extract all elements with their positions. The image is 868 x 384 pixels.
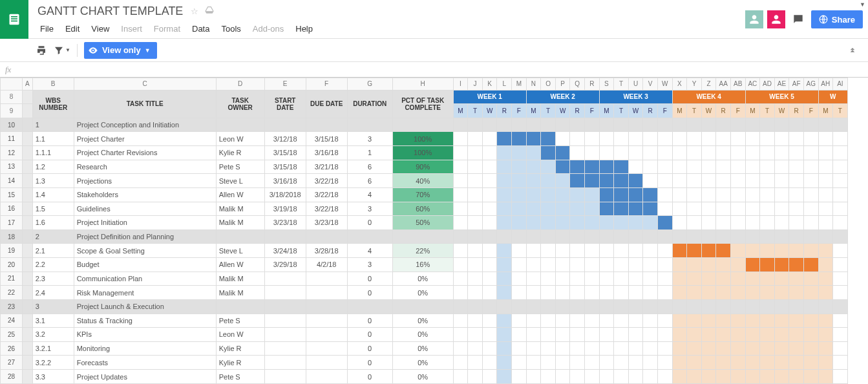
- gantt-cell[interactable]: [760, 216, 775, 230]
- gantt-cell[interactable]: [657, 216, 672, 230]
- gantt-cell[interactable]: [818, 146, 833, 160]
- gantt-cell[interactable]: [599, 244, 614, 258]
- gantt-cell[interactable]: [497, 244, 512, 258]
- cell-duration[interactable]: 0: [347, 356, 392, 370]
- column-A[interactable]: A: [23, 78, 33, 91]
- gantt-cell[interactable]: [482, 132, 497, 146]
- row-24[interactable]: 24: [1, 314, 23, 328]
- cell-pct[interactable]: 16%: [392, 258, 453, 272]
- column-AG[interactable]: AG: [803, 78, 818, 91]
- gantt-cell[interactable]: [745, 244, 760, 258]
- gantt-cell[interactable]: [497, 286, 512, 300]
- cell-start[interactable]: 3/12/18: [264, 132, 306, 146]
- gantt-cell[interactable]: [570, 132, 585, 146]
- gantt-cell[interactable]: [803, 202, 818, 216]
- cell-pct[interactable]: 100%: [392, 146, 453, 160]
- gantt-cell[interactable]: [482, 244, 497, 258]
- gantt-cell[interactable]: [803, 286, 818, 300]
- gantt-cell[interactable]: [555, 356, 570, 370]
- gantt-cell[interactable]: [701, 328, 716, 342]
- gantt-cell[interactable]: [818, 132, 833, 146]
- gantt-cell[interactable]: [818, 272, 833, 286]
- row-10[interactable]: 10: [1, 118, 23, 132]
- gantt-cell[interactable]: [803, 132, 818, 146]
- gantt-cell[interactable]: [730, 244, 745, 258]
- gantt-cell[interactable]: [570, 174, 585, 188]
- row-21[interactable]: 21: [1, 272, 23, 286]
- gantt-cell[interactable]: [803, 356, 818, 370]
- gantt-cell[interactable]: [512, 356, 527, 370]
- gantt-cell[interactable]: [541, 244, 556, 258]
- gantt-cell[interactable]: [643, 370, 658, 384]
- cell-duration[interactable]: 0: [347, 370, 392, 384]
- gantt-cell[interactable]: [628, 216, 643, 230]
- gantt-cell[interactable]: [730, 160, 745, 174]
- column-M[interactable]: M: [512, 78, 527, 91]
- cell-wbs[interactable]: 3: [32, 299, 74, 314]
- filter-icon[interactable]: ▼: [54, 45, 70, 56]
- gantt-cell[interactable]: [774, 244, 789, 258]
- cell-due[interactable]: 4/2/18: [306, 258, 347, 272]
- gantt-cell[interactable]: [657, 202, 672, 216]
- gantt-cell[interactable]: [803, 216, 818, 230]
- cell-wbs[interactable]: 2.2: [32, 258, 74, 272]
- gantt-cell[interactable]: [745, 202, 760, 216]
- cell-start[interactable]: [264, 356, 306, 370]
- gantt-cell[interactable]: [760, 132, 775, 146]
- gantt-cell[interactable]: [628, 187, 643, 202]
- cell-title[interactable]: KPIs: [74, 328, 216, 342]
- gantt-cell[interactable]: [453, 244, 468, 258]
- cell-duration[interactable]: 6: [347, 174, 392, 188]
- column-I[interactable]: I: [453, 78, 468, 91]
- gantt-cell[interactable]: [482, 370, 497, 384]
- gantt-cell[interactable]: [482, 160, 497, 174]
- gantt-cell[interactable]: [745, 132, 760, 146]
- gantt-cell[interactable]: [512, 370, 527, 384]
- gantt-cell[interactable]: [687, 202, 702, 216]
- menu-data[interactable]: Data: [187, 21, 215, 36]
- cell-due[interactable]: 3/22/18: [306, 202, 347, 216]
- gantt-cell[interactable]: [526, 216, 541, 230]
- gantt-cell[interactable]: [541, 258, 556, 272]
- gantt-cell[interactable]: [628, 328, 643, 342]
- column-U[interactable]: U: [628, 78, 643, 91]
- gantt-cell[interactable]: [628, 174, 643, 188]
- gantt-cell[interactable]: [716, 146, 731, 160]
- gantt-cell[interactable]: [570, 187, 585, 202]
- cell-owner[interactable]: Pete S: [216, 314, 264, 328]
- cell-title[interactable]: Research: [74, 160, 216, 174]
- column-AE[interactable]: AE: [774, 78, 789, 91]
- gantt-cell[interactable]: [599, 356, 614, 370]
- cell-title[interactable]: Project Launch & Execution: [74, 299, 216, 314]
- cell-due[interactable]: [306, 314, 347, 328]
- gantt-cell[interactable]: [599, 160, 614, 174]
- gantt-cell[interactable]: [628, 341, 643, 356]
- gantt-cell[interactable]: [833, 174, 848, 188]
- gantt-cell[interactable]: [789, 132, 804, 146]
- gantt-cell[interactable]: [818, 258, 833, 272]
- gantt-cell[interactable]: [657, 244, 672, 258]
- gantt-cell[interactable]: [774, 272, 789, 286]
- gantt-cell[interactable]: [643, 341, 658, 356]
- gantt-cell[interactable]: [497, 258, 512, 272]
- cell-due[interactable]: 3/22/18: [306, 174, 347, 188]
- gantt-cell[interactable]: [541, 202, 556, 216]
- gantt-cell[interactable]: [585, 341, 600, 356]
- column-AB[interactable]: AB: [730, 78, 745, 91]
- gantt-cell[interactable]: [760, 370, 775, 384]
- gantt-cell[interactable]: [541, 272, 556, 286]
- gantt-cell[interactable]: [803, 341, 818, 356]
- cell-title[interactable]: Monitoring: [74, 341, 216, 356]
- cell-wbs[interactable]: 2.4: [32, 286, 74, 300]
- cell-due[interactable]: 3/15/18: [306, 132, 347, 146]
- gantt-cell[interactable]: [803, 146, 818, 160]
- gantt-cell[interactable]: [833, 314, 848, 328]
- gantt-cell[interactable]: [818, 370, 833, 384]
- gantt-cell[interactable]: [585, 202, 600, 216]
- cell-duration[interactable]: 0: [347, 286, 392, 300]
- cell-pct[interactable]: 0%: [392, 328, 453, 342]
- row-22[interactable]: 22: [1, 286, 23, 300]
- gantt-cell[interactable]: [657, 341, 672, 356]
- cell-start[interactable]: [264, 370, 306, 384]
- menu-edit[interactable]: Edit: [60, 21, 85, 36]
